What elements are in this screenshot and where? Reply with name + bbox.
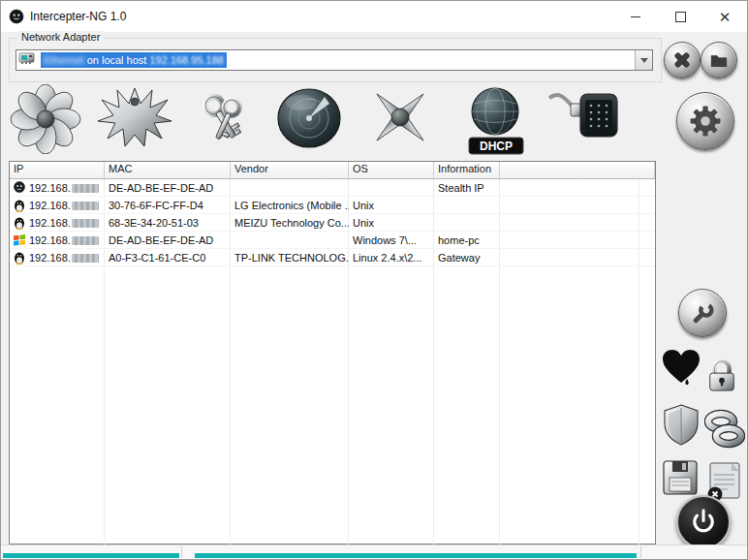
- mac-cell: A0-F3-C1-61-CE-C0: [105, 249, 231, 265]
- phoenix-icon[interactable]: [96, 82, 173, 158]
- column-header-os[interactable]: OS: [349, 162, 434, 178]
- save-button[interactable]: [661, 458, 700, 501]
- app-icon: [9, 9, 24, 24]
- close-icon: ✕: [719, 10, 732, 24]
- dhcp-globe-icon[interactable]: DHCP: [462, 85, 530, 163]
- vendor-cell: TP-LINK TECHNOLOG...: [231, 249, 349, 265]
- table-row[interactable]: 192.168. DE-AD-BE-EF-DE-AD Stealth IP: [10, 179, 655, 197]
- info-cell: Stealth IP: [434, 179, 500, 196]
- client-area: Network Adapter Ethernet on local host 1…: [1, 32, 747, 559]
- rings-button[interactable]: [704, 409, 745, 453]
- maximize-icon: [675, 12, 686, 22]
- redacted-ip: [72, 202, 99, 210]
- vendor-cell: [231, 232, 349, 248]
- column-header-information[interactable]: Information: [434, 162, 500, 178]
- column-header-mac[interactable]: MAC: [105, 162, 231, 178]
- table-row[interactable]: 192.168. DE-AD-BE-EF-DE-AD Windows 7\...…: [10, 232, 655, 249]
- settings-button[interactable]: [676, 92, 734, 150]
- rings-icon: [704, 409, 745, 450]
- messenger-flower-icon[interactable]: [9, 84, 82, 158]
- heartbleed-heart-icon: [661, 348, 701, 387]
- adapter-dropdown-button[interactable]: [635, 50, 652, 70]
- column-header-vendor[interactable]: Vendor: [231, 162, 349, 178]
- heartbleed-button[interactable]: [661, 348, 701, 390]
- mac-cell: 68-3E-34-20-51-03: [105, 214, 231, 231]
- shield-button[interactable]: [662, 403, 701, 450]
- stop-button[interactable]: [664, 42, 701, 78]
- table-body: 192.168. DE-AD-BE-EF-DE-AD Stealth IP 19…: [10, 179, 655, 544]
- ip-cell: 192.168.: [29, 252, 71, 264]
- redacted-ip: [72, 219, 99, 228]
- linux-icon: [14, 199, 26, 212]
- padlock-icon: [705, 356, 738, 394]
- vendor-cell: MEIZU Technology Co...: [231, 214, 349, 231]
- nat-connector-icon[interactable]: [545, 86, 621, 152]
- status-progress-left: [3, 553, 179, 558]
- dhcp-badge-label: DHCP: [480, 140, 513, 153]
- hosts-table: IP MAC Vendor OS Information 192.168. DE…: [9, 161, 656, 544]
- open-folder-button[interactable]: [701, 42, 737, 78]
- ip-cell: 192.168.: [29, 234, 71, 246]
- shield-icon: [662, 403, 701, 446]
- mac-cell: 30-76-6F-FC-FF-D4: [105, 197, 231, 213]
- wrench-button[interactable]: [678, 289, 727, 337]
- mac-cell: DE-AD-BE-EF-DE-AD: [105, 179, 231, 196]
- gear-icon: [690, 106, 721, 137]
- maximize-button[interactable]: [658, 2, 702, 32]
- scan-radar-icon[interactable]: [274, 85, 344, 155]
- status-bar: [1, 544, 747, 559]
- status-divider: [181, 546, 182, 558]
- redacted-ip: [72, 184, 99, 193]
- minimize-button[interactable]: [613, 2, 658, 32]
- adapter-selected-text: Ethernet on local host 192.168.95.188: [41, 52, 227, 68]
- windows-icon: [14, 233, 26, 247]
- column-header-filler: [500, 162, 655, 178]
- os-cell: [349, 179, 434, 196]
- folder-icon: [709, 50, 729, 70]
- window-title: Intercepter-NG 1.0: [30, 10, 613, 23]
- os-cell: Unix: [349, 197, 434, 213]
- wrench-icon: [690, 300, 715, 326]
- power-icon: [684, 503, 723, 542]
- os-cell: Linux 2.4.x\2...: [349, 249, 434, 265]
- x-icon: [672, 50, 692, 70]
- column-header-ip[interactable]: IP: [10, 162, 105, 178]
- info-cell: Gateway: [434, 249, 500, 265]
- stealth-icon: [14, 181, 26, 195]
- close-button[interactable]: ✕: [702, 2, 747, 32]
- os-cell: Windows 7\...: [349, 232, 434, 248]
- vendor-cell: LG Electronics (Mobile ...: [231, 197, 349, 213]
- ip-cell: 192.168.: [29, 182, 71, 194]
- floppy-icon: [661, 458, 700, 497]
- app-window: Intercepter-NG 1.0 ✕ Network Adapter Eth…: [0, 0, 748, 560]
- title-bar: Intercepter-NG 1.0 ✕: [1, 1, 747, 33]
- adapter-combobox[interactable]: Ethernet on local host 192.168.95.188: [16, 49, 653, 71]
- info-cell: [434, 197, 500, 213]
- redacted-ip: [72, 236, 99, 245]
- network-card-icon: [18, 51, 38, 69]
- smart-scan-swords-icon[interactable]: [361, 82, 439, 156]
- chevron-down-icon: [640, 58, 648, 63]
- table-row[interactable]: 192.168. 68-3E-34-20-51-03 MEIZU Technol…: [10, 214, 655, 232]
- table-row[interactable]: 192.168. 30-76-6F-FC-FF-D4 LG Electronic…: [10, 197, 655, 214]
- table-header: IP MAC Vendor OS Information: [10, 162, 655, 179]
- os-cell: Unix: [349, 214, 434, 231]
- table-row[interactable]: 192.168. A0-F3-C1-61-CE-C0 TP-LINK TECHN…: [10, 249, 655, 266]
- vendor-cell: [231, 179, 349, 196]
- linux-icon: [14, 251, 26, 264]
- status-progress-mid: [195, 553, 637, 558]
- ip-cell: 192.168.: [29, 217, 71, 229]
- lock-button[interactable]: [705, 356, 738, 398]
- redacted-ip: [72, 254, 99, 263]
- info-cell: home-pc: [434, 232, 500, 248]
- minimize-icon: [631, 16, 640, 17]
- ip-cell: 192.168.: [29, 200, 71, 211]
- power-button[interactable]: [676, 495, 731, 549]
- linux-icon: [14, 216, 26, 230]
- network-adapter-label: Network Adapter: [17, 31, 104, 43]
- info-cell: [434, 214, 500, 231]
- network-adapter-group: Network Adapter Ethernet on local host 1…: [9, 38, 662, 82]
- keys-icon[interactable]: [185, 84, 259, 158]
- mac-cell: DE-AD-BE-EF-DE-AD: [105, 232, 231, 248]
- status-divider: [640, 546, 641, 558]
